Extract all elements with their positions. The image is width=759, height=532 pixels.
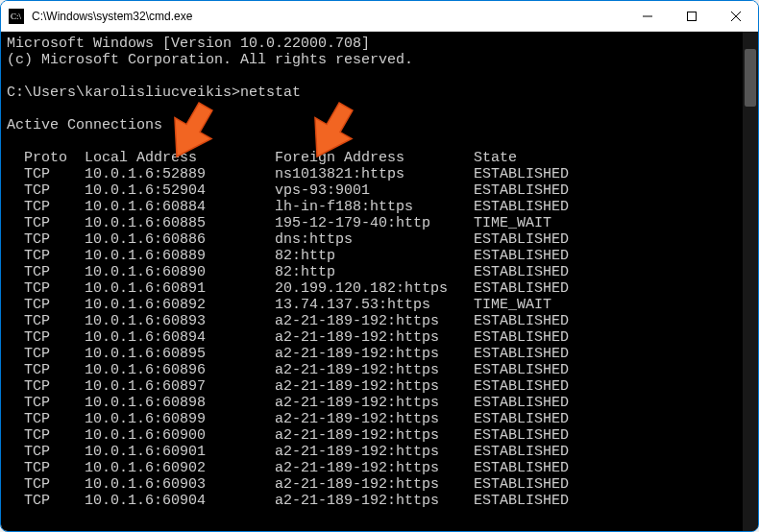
cmd-icon: C:\ xyxy=(9,9,24,24)
scrollbar-thumb[interactable] xyxy=(745,49,756,107)
terminal-output: Microsoft Windows [Version 10.0.22000.70… xyxy=(1,32,758,513)
close-button[interactable] xyxy=(714,1,758,31)
scrollbar-track[interactable] xyxy=(743,32,758,531)
svg-rect-3 xyxy=(688,12,697,20)
svg-text:C:\: C:\ xyxy=(11,12,22,21)
cmd-window: C:\ C:\Windows\system32\cmd.exe Microsof… xyxy=(0,0,759,532)
window-controls xyxy=(625,1,758,31)
titlebar: C:\ C:\Windows\system32\cmd.exe xyxy=(1,1,758,32)
terminal-area[interactable]: Microsoft Windows [Version 10.0.22000.70… xyxy=(1,32,758,531)
maximize-button[interactable] xyxy=(670,1,714,31)
minimize-button[interactable] xyxy=(625,1,670,31)
window-title: C:\Windows\system32\cmd.exe xyxy=(32,10,192,23)
